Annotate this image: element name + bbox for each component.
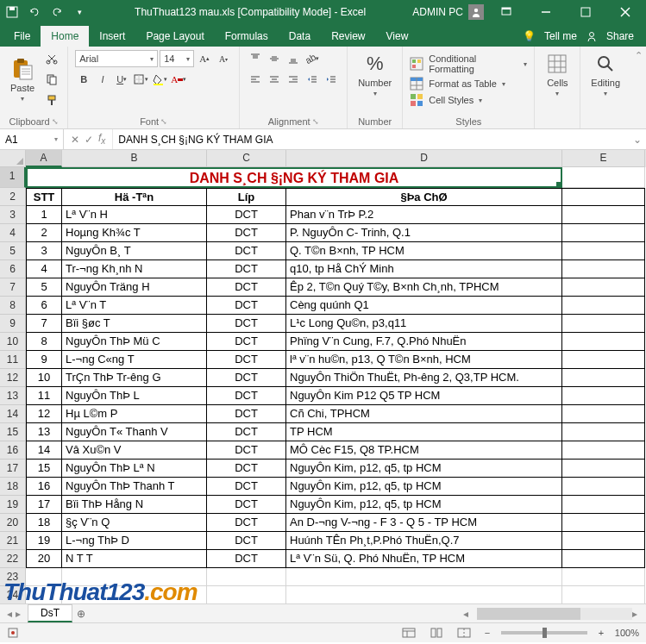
orientation-button[interactable]: ab▾ — [304, 50, 321, 67]
cell-name[interactable]: NguyÔn B¸ T — [62, 242, 207, 260]
cell[interactable] — [562, 333, 645, 351]
cell[interactable] — [562, 315, 645, 333]
cell[interactable] — [562, 496, 645, 514]
cell[interactable] — [562, 167, 645, 188]
column-header-e[interactable]: E — [562, 150, 645, 167]
row-header[interactable]: 21 — [0, 532, 26, 550]
cell[interactable] — [286, 586, 562, 603]
cell[interactable] — [562, 369, 645, 387]
cell-lip[interactable]: DCT — [207, 224, 286, 242]
tab-insert[interactable]: Insert — [89, 26, 135, 47]
row-header[interactable]: 10 — [0, 333, 26, 351]
sheet-nav-next-icon[interactable]: ▸ — [16, 608, 21, 620]
font-name-select[interactable]: Arial▾ — [75, 50, 158, 67]
cell[interactable] — [562, 351, 645, 369]
cell-name[interactable]: L-¬ng ThÞ D — [62, 532, 207, 550]
row-header[interactable]: 2 — [0, 188, 26, 206]
cell-stt[interactable]: 3 — [26, 242, 62, 260]
font-launcher-icon[interactable]: ⤡ — [160, 117, 167, 126]
save-icon[interactable] — [3, 3, 21, 21]
row-header[interactable]: 15 — [0, 423, 26, 441]
row-header[interactable]: 11 — [0, 351, 26, 369]
row-header[interactable]: 1 — [0, 167, 26, 188]
cell-name[interactable]: §ç V¨n Q — [62, 514, 207, 532]
cell-name[interactable]: NguyÔn ThÞ Mü C — [62, 333, 207, 351]
row-header[interactable]: 17 — [0, 460, 26, 478]
cell-lip[interactable]: DCT — [207, 496, 286, 514]
redo-icon[interactable] — [48, 3, 66, 21]
cell-lip[interactable]: DCT — [207, 514, 286, 532]
align-middle-button[interactable] — [266, 50, 283, 67]
cell-lip[interactable]: DCT — [207, 441, 286, 460]
cell[interactable] — [562, 532, 645, 550]
cell-stt[interactable]: 6 — [26, 297, 62, 315]
cell-addr[interactable]: Huúnh TÊn Ph¸t,P.Phó ThuËn,Q.7 — [286, 532, 562, 550]
cell-stt[interactable]: 4 — [26, 260, 62, 278]
cell-addr[interactable]: Phïng V¨n Cung, F.7, Q.Phó NhuËn — [286, 333, 562, 351]
increase-indent-button[interactable] — [323, 71, 340, 88]
cell-lip[interactable]: DCT — [207, 423, 286, 441]
cell[interactable] — [562, 297, 645, 315]
cell-lip[interactable]: DCT — [207, 333, 286, 351]
header-lip[interactable]: Líp — [207, 188, 286, 206]
italic-button[interactable]: I — [94, 71, 111, 88]
row-header[interactable]: 6 — [0, 260, 26, 278]
title-merged-cell[interactable]: DANH S¸CH §¡NG KÝ THAM GIA — [26, 167, 562, 188]
user-avatar-icon[interactable] — [468, 4, 484, 20]
decrease-font-button[interactable]: A▾ — [215, 50, 232, 67]
alignment-launcher-icon[interactable]: ⤡ — [312, 117, 319, 126]
row-header[interactable]: 4 — [0, 224, 26, 242]
cell[interactable] — [562, 206, 645, 224]
cell-name[interactable]: Lª V¨n T — [62, 297, 207, 315]
sheet-tab-active[interactable]: DsT — [28, 604, 72, 622]
cell-addr[interactable]: Phan v¨n TrÞ P.2 — [286, 206, 562, 224]
row-header[interactable]: 22 — [0, 550, 26, 568]
cell-addr[interactable]: Lª V¨n Sü, Q. Phó NhuËn, TP HCM — [286, 550, 562, 568]
hscroll-right-icon[interactable]: ▸ — [632, 608, 646, 620]
expand-formula-bar-icon[interactable]: ⌄ — [629, 129, 646, 149]
decrease-indent-button[interactable] — [304, 71, 321, 88]
header-addr[interactable]: §Þa ChØ — [286, 188, 562, 206]
cell-stt[interactable]: 1 — [26, 206, 62, 224]
format-painter-button[interactable] — [43, 91, 60, 109]
font-color-button[interactable]: A▾ — [170, 71, 187, 88]
cell[interactable] — [562, 586, 645, 603]
align-left-button[interactable] — [247, 71, 264, 88]
maximize-button[interactable] — [568, 0, 603, 24]
cell-name[interactable]: Hoµng Kh¾c T — [62, 224, 207, 242]
bold-button[interactable]: B — [75, 71, 92, 88]
column-header-b[interactable]: B — [62, 150, 207, 167]
row-header[interactable]: 8 — [0, 297, 26, 315]
row-header[interactable]: 14 — [0, 405, 26, 423]
clipboard-launcher-icon[interactable]: ⤡ — [52, 117, 59, 126]
cell-name[interactable]: NguyÔn ThÞ Thanh T — [62, 478, 207, 496]
cell-lip[interactable]: DCT — [207, 532, 286, 550]
cell-lip[interactable]: DCT — [207, 387, 286, 405]
cell-lip[interactable]: DCT — [207, 206, 286, 224]
tab-review[interactable]: Review — [321, 26, 375, 47]
cell-stt[interactable]: 13 — [26, 423, 62, 441]
row-header[interactable]: 19 — [0, 496, 26, 514]
cell-stt[interactable]: 20 — [26, 550, 62, 568]
cell[interactable] — [562, 478, 645, 496]
cell-name[interactable]: Hµ L©m P — [62, 405, 207, 423]
row-header[interactable]: 7 — [0, 278, 26, 297]
collapse-ribbon-icon[interactable]: ⌃ — [630, 47, 646, 128]
sheet-nav-prev-icon[interactable]: ◂ — [7, 608, 12, 620]
format-as-table-button[interactable]: Format as Table▾ — [410, 77, 527, 91]
row-header[interactable]: 5 — [0, 242, 26, 260]
cell-addr[interactable]: NguyÔn Kim P12 Q5 TP HCM — [286, 387, 562, 405]
cell-stt[interactable]: 19 — [26, 532, 62, 550]
row-header[interactable]: 24 — [0, 586, 26, 603]
cell-stt[interactable]: 8 — [26, 333, 62, 351]
editing-button[interactable]: Editing ▾ — [587, 50, 624, 99]
fill-color-button[interactable]: ▾ — [151, 71, 168, 88]
cell-styles-button[interactable]: Cell Styles▾ — [410, 93, 527, 107]
cell-stt[interactable]: 9 — [26, 351, 62, 369]
cancel-formula-icon[interactable]: ✕ — [71, 134, 79, 146]
undo-icon[interactable] — [26, 3, 43, 21]
cell-stt[interactable]: 11 — [26, 387, 62, 405]
close-button[interactable] — [608, 0, 643, 24]
cell-addr[interactable]: Q. T©n B×nh, TP HCM — [286, 242, 562, 260]
cell-name[interactable]: NguyÔn T« Thanh V — [62, 423, 207, 441]
